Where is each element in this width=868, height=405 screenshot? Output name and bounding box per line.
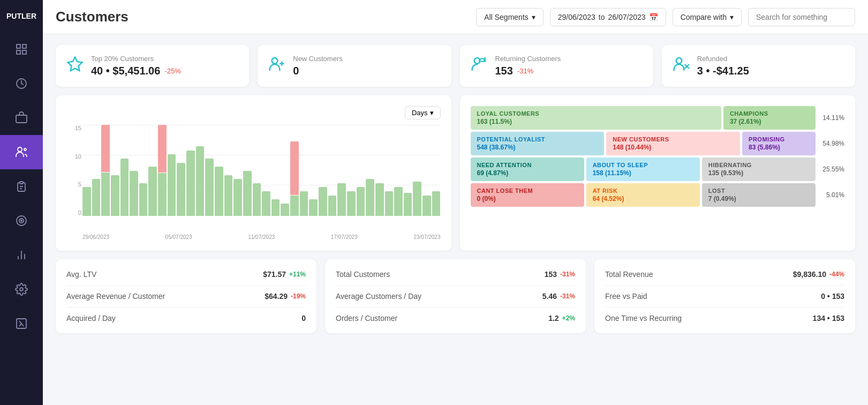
bar-green <box>404 193 412 216</box>
bar-green <box>130 171 138 216</box>
stats-card-2: Total Customers 153 -31% Average Custome… <box>325 259 586 333</box>
sidebar-item-reports[interactable] <box>0 169 43 204</box>
bar-green <box>262 191 270 216</box>
sidebar-item-customers[interactable] <box>0 135 43 169</box>
rfm-cell-lost: LOST 7 (0.49%) <box>702 183 816 207</box>
bar-green <box>186 151 195 216</box>
bar-green <box>422 196 431 216</box>
segment-dropdown[interactable]: All Segments ▾ <box>476 8 543 26</box>
bar-green <box>148 167 157 216</box>
bar-group <box>186 125 195 216</box>
svg-rect-1 <box>22 44 26 48</box>
stat-total-customers: Total Customers 153 -31% <box>336 270 575 279</box>
sidebar-item-settings[interactable] <box>0 272 43 306</box>
person-x-icon <box>673 56 690 77</box>
refunded-card: Refunded 3 • -$41.25 <box>662 45 855 87</box>
bar-pink <box>158 125 167 172</box>
search-input[interactable] <box>748 8 855 26</box>
days-toggle-button[interactable]: Days ▾ <box>405 106 441 119</box>
bar-group <box>357 125 365 216</box>
svg-point-6 <box>18 147 22 152</box>
rfm-cell-new-customers-rfm: NEW CUSTOMERS 148 (10.44%) <box>606 132 740 155</box>
bar-group <box>215 125 223 216</box>
sidebar-item-products[interactable] <box>0 101 43 135</box>
returning-customers-value: 153 -31% <box>495 65 561 77</box>
rfm-cell-loyal: LOYAL CUSTOMERS 163 (11.5%) <box>471 106 721 130</box>
y-axis-labels: 15 10 5 0 <box>66 125 81 216</box>
bar-group <box>177 125 185 216</box>
person-refresh-icon <box>471 56 488 77</box>
bar-green <box>337 183 346 216</box>
rfm-row-1: LOYAL CUSTOMERS 163 (11.5%) CHAMPIONS 37… <box>471 106 845 130</box>
bar-green <box>168 154 176 216</box>
stats-card-3: Total Revenue $9,836.10 -44% Free vs Pai… <box>594 259 855 333</box>
bar-group <box>233 125 242 216</box>
star-icon <box>66 56 84 77</box>
sidebar-item-stats[interactable] <box>0 306 43 341</box>
returning-customers-label: Returning Customers <box>495 55 561 63</box>
bar-group <box>309 125 318 216</box>
bar-group <box>422 125 431 216</box>
bar-green <box>82 187 91 216</box>
bar-group <box>337 125 346 216</box>
sidebar-item-analytics[interactable] <box>0 238 43 272</box>
bar-group <box>82 125 91 216</box>
bar-green <box>394 187 403 216</box>
bar-group <box>319 125 327 216</box>
bar-group <box>148 125 157 216</box>
rfm-cell-cant-lose: CANT LOSE THEM 0 (0%) <box>471 183 584 207</box>
bar-group <box>130 125 138 216</box>
bar-green <box>328 196 337 216</box>
svg-rect-2 <box>17 50 20 54</box>
rfm-grid-card: LOYAL CUSTOMERS 163 (11.5%) CHAMPIONS 37… <box>460 95 856 251</box>
bar-group <box>139 125 148 216</box>
bar-group <box>158 125 167 216</box>
sidebar: PUTLER <box>0 0 43 405</box>
app-logo: PUTLER <box>0 0 43 32</box>
sidebar-item-goals[interactable] <box>0 204 43 238</box>
sidebar-item-sales[interactable] <box>0 66 43 101</box>
svg-rect-0 <box>17 44 20 48</box>
bar-green <box>101 172 110 216</box>
bar-green <box>215 167 223 216</box>
svg-point-7 <box>24 148 26 151</box>
stat-avg-customers-day: Average Customers / Day 5.46 -31% <box>336 292 575 301</box>
date-range-picker[interactable]: 29/06/2023 to 26/07/2023 📅 <box>550 8 666 26</box>
sidebar-item-dashboard[interactable] <box>0 32 43 66</box>
bar-group <box>243 125 252 216</box>
bar-group <box>101 125 110 216</box>
rfm-grid: LOYAL CUSTOMERS 163 (11.5%) CHAMPIONS 37… <box>471 106 845 207</box>
chevron-down-icon3: ▾ <box>430 109 434 117</box>
stats-row: Avg. LTV $71.57 +11% Average Revenue / C… <box>56 259 855 333</box>
bar-green <box>357 187 365 216</box>
bar-green <box>177 163 185 216</box>
bar-green <box>347 191 356 216</box>
svg-rect-5 <box>16 115 27 123</box>
svg-point-17 <box>20 288 23 291</box>
chevron-down-icon2: ▾ <box>730 13 734 21</box>
new-customers-card: New Customers 0 <box>258 45 451 87</box>
bar-green <box>281 204 289 216</box>
stat-avg-ltv: Avg. LTV $71.57 +11% <box>66 270 306 279</box>
bar-green <box>196 146 205 216</box>
header-controls: All Segments ▾ 29/06/2023 to 26/07/2023 … <box>476 8 855 26</box>
bar-green <box>233 179 242 216</box>
stat-total-revenue: Total Revenue $9,836.10 -44% <box>605 270 844 279</box>
person-add-icon <box>268 56 285 77</box>
bar-green <box>300 191 308 216</box>
bar-green <box>432 191 441 216</box>
bar-green <box>309 199 318 216</box>
bar-chart-card: Days ▾ 15 10 5 0 <box>56 95 451 251</box>
page-content: Top 20% Customers 40 • $5,451.06 -25% Ne… <box>43 34 868 344</box>
stat-orders-customer: Orders / Customer 1.2 +2% <box>336 314 575 322</box>
bar-group <box>262 125 270 216</box>
bar-green <box>290 196 299 216</box>
rfm-percent-1: 14.11% <box>818 106 844 130</box>
bar-group <box>205 125 214 216</box>
bar-green <box>111 175 119 216</box>
refunded-label: Refunded <box>697 55 749 63</box>
compare-button[interactable]: Compare with ▾ <box>673 8 742 26</box>
rfm-cell-potential: POTENTIAL LOYALIST 548 (38.67%) <box>471 132 605 155</box>
bar-group <box>253 125 261 216</box>
bar-group <box>271 125 280 216</box>
